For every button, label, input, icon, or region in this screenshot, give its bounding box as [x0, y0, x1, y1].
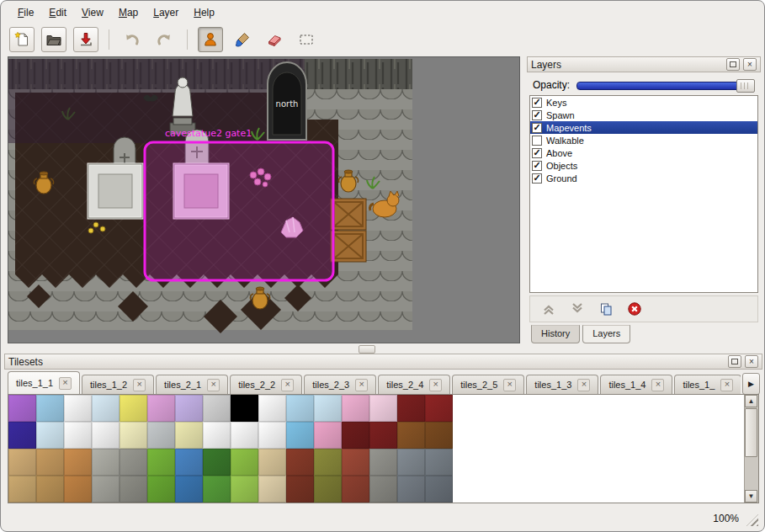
tileset-tab[interactable]: tiles_1_ × [674, 375, 741, 394]
close-panel-button[interactable]: × [743, 58, 757, 71]
tileset-tile[interactable] [286, 422, 314, 449]
tileset-tile[interactable] [36, 476, 64, 503]
close-icon[interactable]: × [281, 379, 294, 391]
tileset-tile[interactable] [64, 476, 92, 503]
close-icon[interactable]: × [503, 379, 516, 391]
close-icon[interactable]: × [355, 379, 368, 391]
tileset-tile[interactable] [36, 422, 64, 449]
menu-item[interactable]: Edit [42, 4, 73, 21]
tileset-tile[interactable] [314, 476, 342, 503]
tileset-tile[interactable] [203, 422, 231, 449]
layer-visibility-checkbox[interactable]: ✓ [532, 98, 542, 108]
tileset-tile[interactable] [258, 476, 286, 503]
close-icon[interactable]: × [133, 379, 146, 391]
tileset-tile[interactable] [258, 395, 286, 422]
tileset-tile[interactable] [342, 449, 369, 476]
lower-layer-button[interactable] [567, 299, 587, 319]
tileset-tile[interactable] [425, 395, 453, 422]
menu-item[interactable]: Help [187, 4, 221, 21]
tileset-tile[interactable] [120, 422, 147, 449]
tileset-tile[interactable] [203, 476, 231, 503]
tileset-tab[interactable]: tiles_2_5 × [452, 375, 524, 394]
eraser-tool-button[interactable] [262, 27, 287, 52]
tileset-tile[interactable] [64, 449, 92, 476]
tileset-tile[interactable] [231, 476, 258, 503]
stamp-tool-button[interactable] [198, 27, 223, 52]
tileset-tile[interactable] [175, 395, 203, 422]
tileset-tab[interactable]: tiles_2_1 × [156, 375, 228, 394]
tileset-tab[interactable]: tiles_2_3 × [304, 375, 376, 394]
splitter-horizontal[interactable] [4, 343, 762, 354]
tileset-tile[interactable] [8, 422, 36, 449]
undo-button[interactable] [120, 27, 145, 52]
tileset-tile[interactable] [342, 422, 369, 449]
layer-visibility-checkbox[interactable]: ✓ [532, 161, 542, 171]
tileset-tile[interactable] [369, 476, 397, 503]
save-button[interactable] [73, 27, 98, 52]
tileset-tab[interactable]: tiles_1_2 × [82, 375, 154, 394]
menu-item[interactable]: File [11, 4, 40, 21]
tileset-tile[interactable] [175, 476, 203, 503]
scroll-up-button[interactable]: ▲ [745, 395, 757, 407]
delete-layer-button[interactable] [624, 299, 645, 319]
splitter-grip[interactable] [359, 345, 375, 354]
layer-visibility-checkbox[interactable]: ✓ [532, 110, 542, 120]
tab-scroll-right-button[interactable]: ▶ [742, 373, 760, 395]
tileset-tile[interactable] [8, 395, 36, 422]
tileset-tile[interactable] [314, 422, 342, 449]
tileset-tab[interactable]: tiles_2_2 × [230, 375, 302, 394]
tileset-tile[interactable] [8, 449, 36, 476]
tab-layers[interactable]: Layers [582, 325, 630, 343]
tileset-tile[interactable] [258, 422, 286, 449]
scroll-down-button[interactable]: ▼ [745, 490, 757, 503]
tileset-tile[interactable] [92, 395, 120, 422]
tileset-tile[interactable] [147, 449, 175, 476]
tileset-tile[interactable] [36, 395, 64, 422]
close-icon[interactable]: × [577, 379, 590, 391]
layer-visibility-checkbox[interactable]: ✓ [532, 136, 542, 146]
tileset-tile[interactable] [36, 449, 64, 476]
close-icon[interactable]: × [429, 379, 442, 391]
close-icon[interactable]: × [720, 379, 733, 391]
tileset-tile[interactable] [175, 449, 203, 476]
tileset-tile[interactable] [175, 422, 203, 449]
tileset-tile[interactable] [147, 422, 175, 449]
tileset-tile[interactable] [425, 476, 453, 503]
layer-row[interactable]: ✓ Mapevents [530, 121, 757, 134]
close-panel-button[interactable]: × [745, 355, 758, 368]
map-selection-rect[interactable] [145, 142, 333, 280]
tileset-tile[interactable] [203, 395, 231, 422]
layer-row[interactable]: ✓ Ground [530, 172, 757, 184]
layer-row[interactable]: ✓ Spawn [530, 109, 757, 121]
close-icon[interactable]: × [207, 379, 220, 391]
tileset-tab[interactable]: tiles_1_1 × [8, 371, 80, 394]
close-icon[interactable]: × [59, 377, 72, 390]
tileset-tile[interactable] [258, 449, 286, 476]
tileset-tile[interactable] [286, 395, 314, 422]
tileset-tile[interactable] [92, 422, 120, 449]
tileset-tile[interactable] [231, 422, 258, 449]
raise-layer-button[interactable] [539, 299, 559, 319]
tileset-tab[interactable]: tiles_1_3 × [526, 375, 598, 394]
tileset-tile[interactable] [64, 395, 92, 422]
layer-visibility-checkbox[interactable]: ✓ [532, 148, 542, 158]
menu-item[interactable]: Map [112, 4, 145, 21]
layer-row[interactable]: ✓ Objects [530, 159, 757, 172]
layer-visibility-checkbox[interactable]: ✓ [532, 123, 542, 133]
close-icon[interactable]: × [651, 379, 664, 391]
opacity-slider[interactable] [576, 77, 755, 93]
tileset-tile[interactable] [369, 395, 397, 422]
splitter-vertical[interactable] [520, 56, 527, 343]
redo-button[interactable] [151, 27, 177, 52]
tileset-tile[interactable] [120, 476, 147, 503]
tileset-tile[interactable] [286, 449, 314, 476]
layer-row[interactable]: ✓ Walkable [530, 134, 757, 146]
tab-history[interactable]: History [531, 325, 580, 343]
tileset-tile[interactable] [64, 422, 92, 449]
map-canvas[interactable]: north [8, 56, 520, 343]
tileset-tile[interactable] [369, 449, 397, 476]
float-panel-button[interactable] [728, 355, 741, 368]
duplicate-layer-button[interactable] [596, 299, 616, 319]
fill-tool-button[interactable] [230, 27, 255, 52]
scrollbar-thumb[interactable] [745, 408, 757, 457]
